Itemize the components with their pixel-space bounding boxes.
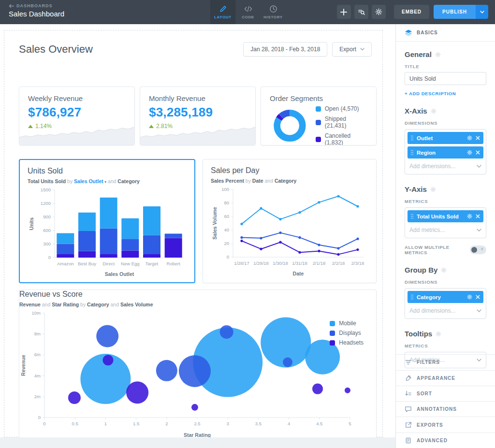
toggle-off-x-icon: × [480,246,483,252]
gear-icon[interactable] [467,150,472,155]
exports-icon [405,421,412,429]
chevron-down-icon [480,11,484,14]
svg-text:0.5: 0.5 [72,421,78,426]
svg-text:900: 900 [43,214,51,219]
dashboard-area: Sales Overview Jan 28, 2018 - Feb 3, 201… [0,24,395,448]
gear-icon[interactable] [467,294,472,300]
subtitle-token: and [263,178,273,184]
svg-text:2/1/18: 2/1/18 [313,260,325,266]
line-chart: 0204060801001/28/171/29/181/30/181/31/18… [211,186,368,278]
chevron-down-icon [477,309,481,312]
toggle-knob [471,247,477,253]
subtitle-token: Category [116,178,139,184]
svg-text:1/29/18: 1/29/18 [253,260,269,266]
add-metrics-select[interactable]: Add metrics... [408,225,483,235]
field-pill-region[interactable]: Region [408,146,483,159]
tab-history[interactable]: HISTORY [261,0,286,24]
order-segments-card[interactable]: Order Segments Open (4,570)Shipped (21,4… [261,87,377,145]
export-button[interactable]: Export [332,42,372,57]
stacked-bar-chart: 030060090012001500AmazonBest BuyDirectNe… [28,186,188,279]
kpi-delta: 2.81% [149,123,247,130]
sidebar-menu-sort[interactable]: SORT [396,386,495,401]
chart-subtitle: Revenue and Star Rating by Category and … [19,302,376,307]
chevron-down-icon [477,165,481,168]
field-pill-category[interactable]: Category [408,291,483,303]
sidebar-menu-exports[interactable]: EXPORTS [396,417,495,432]
dimensions-label: DIMENSIONS [405,120,486,126]
kpi-value: $786,927 [28,105,126,120]
code-icon [244,5,252,13]
sidebar-menu-advanced[interactable]: ADVANCED [396,433,495,448]
svg-text:1/30/18: 1/30/18 [273,260,288,266]
svg-text:2: 2 [165,421,168,426]
annotations-icon [405,405,412,413]
drag-handle-icon [411,135,413,141]
svg-text:2/3/18: 2/3/18 [351,260,364,266]
svg-text:Units: Units [29,217,34,230]
field-pill-total-units-sold[interactable]: Total Units Sold [408,210,483,222]
svg-text:3.5: 3.5 [255,421,262,426]
chevron-down-icon [477,229,481,231]
field-pill-outlet[interactable]: Outlet [408,132,483,144]
svg-text:1200: 1200 [41,201,51,206]
svg-text:Robert: Robert [166,261,180,266]
sales-per-day-chart-card[interactable]: Sales per Day Sales Percent by Date and … [203,159,377,283]
add-description-link[interactable]: + ADD DESCRIPTION [405,91,486,96]
add-chart-button[interactable] [337,5,351,19]
subtitle-token: by [79,302,86,307]
kpi-card-weekly-revenue[interactable]: Weekly Revenue $786,927 1.14% [19,87,135,145]
embed-button[interactable]: EMBED [394,5,429,19]
gear-icon[interactable] [436,331,441,337]
remove-icon[interactable] [476,295,480,299]
legend-item: Headsets [330,339,364,346]
publish-button: PUBLISH [434,5,488,19]
remove-icon[interactable] [476,150,480,155]
allow-multiple-metrics-toggle[interactable]: × [470,246,486,254]
chart-title: Order Segments [270,94,367,102]
svg-text:Date: Date [293,271,304,276]
units-sold-chart-card[interactable]: Units Sold Total Units Sold by Sales Out… [19,159,195,283]
svg-text:300: 300 [43,241,51,246]
chart-title-input[interactable] [405,72,486,85]
gear-icon[interactable] [467,135,472,141]
svg-text:80: 80 [224,200,229,205]
revenue-vs-score-chart-card[interactable]: Revenue vs Score Revenue and Star Rating… [19,289,377,448]
subtitle-token: Date [251,178,263,184]
sidebar-menu-annotations[interactable]: ANNOTATIONS [396,401,495,417]
gear-icon[interactable] [467,214,472,219]
kpi-title: Monthly Revenue [149,94,247,102]
subtitle-token[interactable]: Sales Outlet [73,178,103,184]
sidebar-menu-appearance[interactable]: APPEARANCE [396,370,495,386]
svg-text:Target: Target [146,261,159,266]
gear-icon[interactable] [430,187,436,192]
query-search-button[interactable] [354,5,368,19]
dimensions-label: DIMENSIONS [405,279,486,285]
add-dimensions-select[interactable]: Add dimensions... [408,161,483,172]
sidebar-menu: FILTERSAPPEARANCESORTANNOTATIONSEXPORTSA… [396,354,495,448]
gear-icon[interactable] [435,52,441,58]
gear-icon[interactable] [441,267,447,273]
tab-layout[interactable]: LAYOUT [210,0,235,24]
sidebar-menu-filters[interactable]: FILTERS [396,354,495,370]
date-range-button[interactable]: Jan 28, 2018 - Feb 3, 2018 [243,42,327,57]
subtitle-token: Sales Volume [119,302,153,307]
publish-button-main[interactable]: PUBLISH [434,5,476,19]
chart-title: Sales per Day [211,166,368,175]
legend-swatch [330,340,335,346]
drag-handle-icon [411,150,413,155]
add-dimensions-select[interactable]: Add dimensions... [408,305,483,316]
remove-icon[interactable] [476,214,480,218]
svg-text:10m: 10m [32,310,41,316]
settings-button[interactable] [372,5,386,19]
basics-section-header[interactable]: BASICS [396,24,495,42]
group-by-dimensions-box: Category Add dimensions... [405,288,486,319]
view-tabs: LAYOUT CODE HISTORY [210,0,286,24]
tab-code[interactable]: CODE [235,0,261,24]
svg-text:2m: 2m [34,394,41,399]
remove-icon[interactable] [476,136,480,140]
back-to-dashboards[interactable]: DASHBOARDS [9,3,64,8]
publish-dropdown[interactable] [476,5,488,19]
filter-icon [405,359,412,366]
kpi-card-monthly-revenue[interactable]: Monthly Revenue $3,285,189 2.81% [140,87,256,145]
gear-icon[interactable] [431,108,437,114]
